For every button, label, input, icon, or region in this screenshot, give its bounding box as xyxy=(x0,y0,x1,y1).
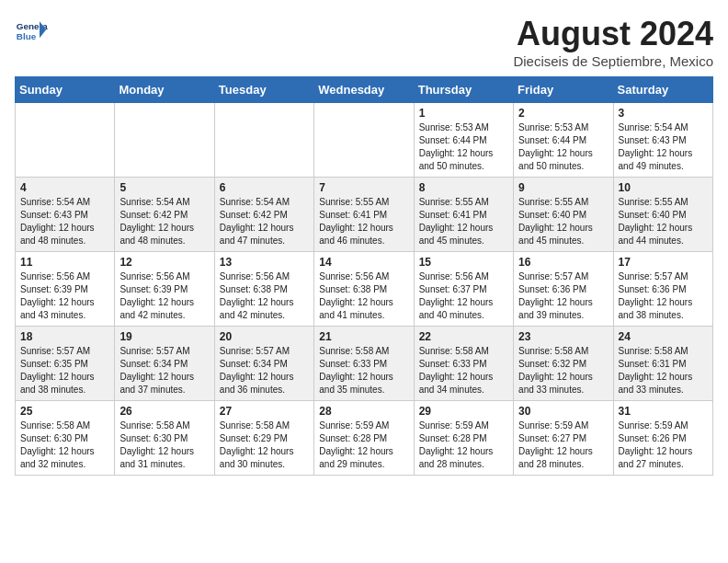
day-info: Sunrise: 5:57 AM Sunset: 6:36 PM Dayligh… xyxy=(619,270,708,322)
day-number: 15 xyxy=(419,256,508,269)
day-number: 13 xyxy=(220,256,309,269)
calendar-cell: 27Sunrise: 5:58 AM Sunset: 6:29 PM Dayli… xyxy=(214,401,313,476)
day-info: Sunrise: 5:56 AM Sunset: 6:39 PM Dayligh… xyxy=(119,270,209,322)
calendar-cell: 4Sunrise: 5:54 AM Sunset: 6:43 PM Daylig… xyxy=(16,178,115,252)
calendar-cell: 20Sunrise: 5:57 AM Sunset: 6:34 PM Dayli… xyxy=(214,327,313,401)
day-info: Sunrise: 5:55 AM Sunset: 6:40 PM Dayligh… xyxy=(619,196,708,247)
calendar-cell: 8Sunrise: 5:55 AM Sunset: 6:41 PM Daylig… xyxy=(414,178,513,252)
calendar-cell: 3Sunrise: 5:54 AM Sunset: 6:43 PM Daylig… xyxy=(613,103,712,178)
calendar-cell: 2Sunrise: 5:53 AM Sunset: 6:44 PM Daylig… xyxy=(514,103,613,178)
day-info: Sunrise: 5:53 AM Sunset: 6:44 PM Dayligh… xyxy=(518,121,608,173)
weekday-header: Tuesday xyxy=(214,77,313,103)
day-number: 16 xyxy=(518,256,608,269)
day-info: Sunrise: 5:54 AM Sunset: 6:42 PM Dayligh… xyxy=(220,196,309,247)
calendar-cell: 9Sunrise: 5:55 AM Sunset: 6:40 PM Daylig… xyxy=(514,178,613,252)
day-info: Sunrise: 5:56 AM Sunset: 6:37 PM Dayligh… xyxy=(419,270,508,322)
calendar-cell: 12Sunrise: 5:56 AM Sunset: 6:39 PM Dayli… xyxy=(115,252,214,327)
calendar-cell xyxy=(314,103,414,178)
day-info: Sunrise: 5:58 AM Sunset: 6:33 PM Dayligh… xyxy=(419,345,508,396)
calendar-week-row: 4Sunrise: 5:54 AM Sunset: 6:43 PM Daylig… xyxy=(16,178,713,252)
weekday-header-row: SundayMondayTuesdayWednesdayThursdayFrid… xyxy=(16,77,713,103)
day-info: Sunrise: 5:54 AM Sunset: 6:43 PM Dayligh… xyxy=(20,196,109,247)
day-number: 21 xyxy=(319,330,408,343)
calendar-cell: 6Sunrise: 5:54 AM Sunset: 6:42 PM Daylig… xyxy=(214,178,313,252)
calendar-cell: 11Sunrise: 5:56 AM Sunset: 6:39 PM Dayli… xyxy=(16,252,115,327)
day-info: Sunrise: 5:56 AM Sunset: 6:39 PM Dayligh… xyxy=(20,270,109,322)
day-number: 27 xyxy=(220,405,309,418)
calendar-cell: 17Sunrise: 5:57 AM Sunset: 6:36 PM Dayli… xyxy=(613,252,712,327)
day-number: 26 xyxy=(119,405,209,418)
day-number: 4 xyxy=(20,181,109,194)
calendar-week-row: 11Sunrise: 5:56 AM Sunset: 6:39 PM Dayli… xyxy=(16,252,713,327)
day-number: 30 xyxy=(518,405,608,418)
day-info: Sunrise: 5:55 AM Sunset: 6:41 PM Dayligh… xyxy=(319,196,408,247)
day-info: Sunrise: 5:59 AM Sunset: 6:28 PM Dayligh… xyxy=(319,419,408,471)
day-number: 8 xyxy=(419,181,508,194)
day-info: Sunrise: 5:58 AM Sunset: 6:29 PM Dayligh… xyxy=(220,419,309,471)
calendar-cell: 26Sunrise: 5:58 AM Sunset: 6:30 PM Dayli… xyxy=(115,401,214,476)
weekday-header: Wednesday xyxy=(314,77,414,103)
day-number: 14 xyxy=(319,256,408,269)
day-number: 29 xyxy=(419,405,508,418)
day-info: Sunrise: 5:59 AM Sunset: 6:26 PM Dayligh… xyxy=(619,419,708,471)
calendar-cell xyxy=(115,103,214,178)
day-info: Sunrise: 5:58 AM Sunset: 6:33 PM Dayligh… xyxy=(319,345,408,396)
day-info: Sunrise: 5:57 AM Sunset: 6:35 PM Dayligh… xyxy=(20,345,109,396)
day-number: 11 xyxy=(20,256,109,269)
calendar-cell: 30Sunrise: 5:59 AM Sunset: 6:27 PM Dayli… xyxy=(514,401,613,476)
day-info: Sunrise: 5:59 AM Sunset: 6:27 PM Dayligh… xyxy=(518,419,608,471)
calendar-cell: 21Sunrise: 5:58 AM Sunset: 6:33 PM Dayli… xyxy=(314,327,414,401)
day-info: Sunrise: 5:56 AM Sunset: 6:38 PM Dayligh… xyxy=(319,270,408,322)
day-number: 18 xyxy=(20,330,109,343)
day-number: 17 xyxy=(619,256,708,269)
day-info: Sunrise: 5:58 AM Sunset: 6:30 PM Dayligh… xyxy=(119,419,209,471)
day-number: 7 xyxy=(319,181,408,194)
day-info: Sunrise: 5:54 AM Sunset: 6:43 PM Dayligh… xyxy=(619,121,708,173)
day-info: Sunrise: 5:57 AM Sunset: 6:36 PM Dayligh… xyxy=(518,270,608,322)
day-info: Sunrise: 5:57 AM Sunset: 6:34 PM Dayligh… xyxy=(220,345,309,396)
day-info: Sunrise: 5:58 AM Sunset: 6:31 PM Dayligh… xyxy=(619,345,708,396)
calendar-cell: 28Sunrise: 5:59 AM Sunset: 6:28 PM Dayli… xyxy=(314,401,414,476)
month-title: August 2024 xyxy=(513,15,713,53)
day-number: 25 xyxy=(20,405,109,418)
calendar-cell: 16Sunrise: 5:57 AM Sunset: 6:36 PM Dayli… xyxy=(514,252,613,327)
weekday-header: Sunday xyxy=(16,77,115,103)
calendar-cell: 24Sunrise: 5:58 AM Sunset: 6:31 PM Dayli… xyxy=(613,327,712,401)
day-info: Sunrise: 5:59 AM Sunset: 6:28 PM Dayligh… xyxy=(419,419,508,471)
calendar-cell: 18Sunrise: 5:57 AM Sunset: 6:35 PM Dayli… xyxy=(16,327,115,401)
day-info: Sunrise: 5:54 AM Sunset: 6:42 PM Dayligh… xyxy=(119,196,209,247)
day-number: 23 xyxy=(518,330,608,343)
calendar-cell xyxy=(214,103,313,178)
calendar-cell: 10Sunrise: 5:55 AM Sunset: 6:40 PM Dayli… xyxy=(613,178,712,252)
calendar-cell: 29Sunrise: 5:59 AM Sunset: 6:28 PM Dayli… xyxy=(414,401,513,476)
day-info: Sunrise: 5:57 AM Sunset: 6:34 PM Dayligh… xyxy=(119,345,209,396)
page-header: General Blue August 2024 Dieciseis de Se… xyxy=(15,15,713,69)
day-number: 9 xyxy=(518,181,608,194)
weekday-header: Friday xyxy=(514,77,613,103)
day-number: 2 xyxy=(518,107,608,120)
calendar-cell: 5Sunrise: 5:54 AM Sunset: 6:42 PM Daylig… xyxy=(115,178,214,252)
day-info: Sunrise: 5:53 AM Sunset: 6:44 PM Dayligh… xyxy=(419,121,508,173)
calendar-cell: 25Sunrise: 5:58 AM Sunset: 6:30 PM Dayli… xyxy=(16,401,115,476)
calendar-cell: 23Sunrise: 5:58 AM Sunset: 6:32 PM Dayli… xyxy=(514,327,613,401)
day-info: Sunrise: 5:55 AM Sunset: 6:40 PM Dayligh… xyxy=(518,196,608,247)
day-number: 20 xyxy=(220,330,309,343)
weekday-header: Saturday xyxy=(613,77,712,103)
calendar-cell: 7Sunrise: 5:55 AM Sunset: 6:41 PM Daylig… xyxy=(314,178,414,252)
calendar-week-row: 18Sunrise: 5:57 AM Sunset: 6:35 PM Dayli… xyxy=(16,327,713,401)
day-number: 24 xyxy=(619,330,708,343)
day-number: 6 xyxy=(220,181,309,194)
day-info: Sunrise: 5:55 AM Sunset: 6:41 PM Dayligh… xyxy=(419,196,508,247)
day-info: Sunrise: 5:56 AM Sunset: 6:38 PM Dayligh… xyxy=(220,270,309,322)
calendar: SundayMondayTuesdayWednesdayThursdayFrid… xyxy=(15,76,713,476)
calendar-cell: 22Sunrise: 5:58 AM Sunset: 6:33 PM Dayli… xyxy=(414,327,513,401)
calendar-cell: 1Sunrise: 5:53 AM Sunset: 6:44 PM Daylig… xyxy=(414,103,513,178)
day-number: 5 xyxy=(119,181,209,194)
calendar-cell: 31Sunrise: 5:59 AM Sunset: 6:26 PM Dayli… xyxy=(613,401,712,476)
calendar-cell: 14Sunrise: 5:56 AM Sunset: 6:38 PM Dayli… xyxy=(314,252,414,327)
subtitle: Dieciseis de Septiembre, Mexico xyxy=(513,53,713,69)
calendar-week-row: 25Sunrise: 5:58 AM Sunset: 6:30 PM Dayli… xyxy=(16,401,713,476)
title-area: August 2024 Dieciseis de Septiembre, Mex… xyxy=(513,15,713,69)
calendar-cell: 13Sunrise: 5:56 AM Sunset: 6:38 PM Dayli… xyxy=(214,252,313,327)
day-number: 12 xyxy=(119,256,209,269)
